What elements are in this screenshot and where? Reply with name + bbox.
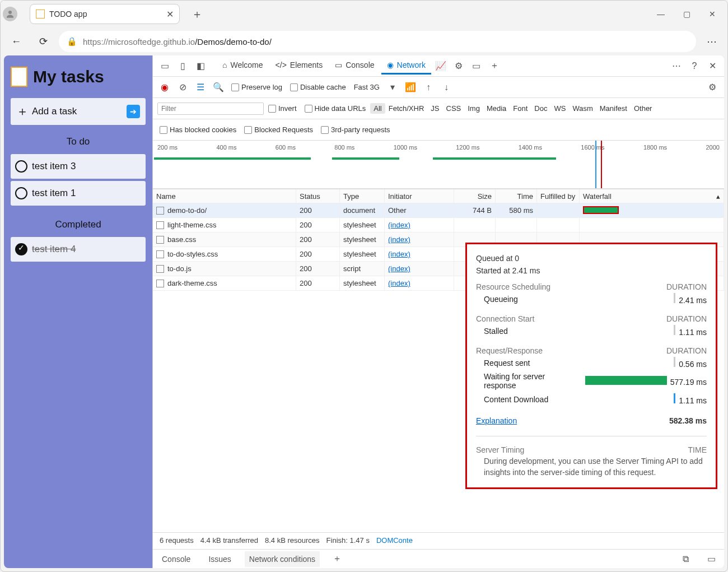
refresh-button[interactable]: ⟳ [32, 30, 54, 53]
svg-point-0 [8, 11, 12, 14]
filter-type-other[interactable]: Other [631, 103, 656, 114]
settings-gear-icon[interactable]: ⚙ [450, 58, 467, 75]
task-checkbox[interactable] [15, 160, 27, 173]
filter-toggle[interactable]: ☰ [192, 79, 209, 96]
task-item-done[interactable]: test item 4 [11, 237, 146, 262]
help-icon[interactable]: ? [686, 58, 703, 75]
record-button[interactable]: ◉ [156, 79, 173, 96]
profile-avatar[interactable] [3, 7, 17, 21]
maximize-button[interactable]: ▢ [674, 5, 699, 23]
lock-icon: 🔒 [67, 36, 77, 46]
tab-close-icon[interactable]: ✕ [166, 9, 174, 20]
task-item[interactable]: test item 3 [11, 154, 146, 179]
home-icon: ⌂ [222, 61, 227, 69]
filter-type-ws[interactable]: WS [550, 103, 569, 114]
col-status[interactable]: Status [296, 189, 340, 203]
devtools-tabs: ▭ ▯ ◧ ⌂Welcome </>Elements ▭Console ◉Net… [153, 55, 724, 77]
col-size[interactable]: Size [454, 189, 496, 203]
close-window-button[interactable]: ✕ [699, 5, 725, 23]
window-controls: — ▢ ✕ [648, 5, 725, 23]
file-icon [156, 221, 164, 229]
clipboard-icon [11, 67, 27, 87]
task-checkbox[interactable] [15, 187, 27, 199]
server-timing-hint: During development, you can use the Serv… [476, 454, 707, 480]
titlebar: TODO app ✕ ＋ — ▢ ✕ [1, 1, 727, 27]
url-text: https://microsoftedge.github.io/Demos/de… [83, 37, 272, 46]
filter-type-css[interactable]: CSS [443, 103, 465, 114]
blocked-cookies-checkbox[interactable]: Has blocked cookies [156, 124, 240, 135]
browser-tab[interactable]: TODO app ✕ [30, 4, 180, 24]
download-har-icon[interactable]: ↓ [438, 79, 455, 96]
search-icon[interactable]: 🔍 [210, 79, 227, 96]
explanation-link[interactable]: Explanation [476, 416, 517, 425]
col-waterfall[interactable]: Waterfall▴ [580, 189, 724, 203]
request-row[interactable]: demo-to-do/ 200 document Other 744 B 580… [153, 203, 724, 218]
file-icon [156, 265, 164, 273]
network-timeline[interactable]: 200 ms400 ms600 ms800 ms1000 ms1200 ms14… [153, 141, 724, 189]
col-name[interactable]: Name [153, 189, 296, 203]
throttle-dropdown-icon[interactable]: ▾ [384, 79, 401, 96]
col-type[interactable]: Type [340, 189, 385, 203]
todo-app: My tasks ＋ Add a task ➔ To do test item … [4, 55, 152, 568]
throttle-select[interactable]: Fast 3G [351, 82, 383, 92]
blocked-requests-checkbox[interactable]: Blocked Requests [241, 124, 316, 135]
filter-type-fetch/xhr[interactable]: Fetch/XHR [385, 103, 428, 114]
more-tabs-button[interactable]: ＋ [486, 58, 503, 75]
col-initiator[interactable]: Initiator [385, 189, 454, 203]
tab-welcome[interactable]: ⌂Welcome [217, 57, 269, 75]
invert-checkbox[interactable]: Invert [265, 103, 300, 114]
request-table-body: demo-to-do/ 200 document Other 744 B 580… [153, 203, 724, 532]
more-icon[interactable]: ⋯ [668, 58, 685, 75]
disable-cache-checkbox[interactable]: Disable cache [287, 82, 349, 92]
filter-type-wasm[interactable]: Wasm [569, 103, 596, 114]
minimize-button[interactable]: — [648, 5, 674, 23]
tab-console[interactable]: ▭Console [329, 57, 380, 75]
add-task-submit[interactable]: ➔ [127, 105, 140, 118]
network-settings-icon[interactable]: ⚙ [704, 79, 721, 96]
filter-type-doc[interactable]: Doc [531, 103, 550, 114]
add-task-input[interactable]: ＋ Add a task ➔ [11, 98, 146, 125]
third-party-checkbox[interactable]: 3rd-party requests [318, 124, 394, 135]
inspect-icon[interactable]: ▭ [156, 58, 173, 75]
filter-type-manifest[interactable]: Manifest [596, 103, 631, 114]
app-icon[interactable]: ▭ [468, 58, 485, 75]
drawer-add-tab[interactable]: ＋ [329, 551, 346, 568]
preserve-log-checkbox[interactable]: Preserve log [228, 82, 286, 92]
drawer-icon2[interactable]: ▭ [703, 551, 720, 568]
col-time[interactable]: Time [496, 189, 537, 203]
new-tab-button[interactable]: ＋ [188, 4, 207, 24]
filter-type-media[interactable]: Media [483, 103, 510, 114]
upload-har-icon[interactable]: ↑ [420, 79, 437, 96]
tab-network[interactable]: ◉Network [381, 57, 431, 75]
device-icon[interactable]: ▯ [174, 58, 191, 75]
dock-icon[interactable]: ◧ [192, 58, 209, 75]
address-bar[interactable]: 🔒 https://microsoftedge.github.io/Demos/… [59, 31, 696, 52]
filter-type-all[interactable]: All [370, 103, 385, 114]
filter-input[interactable] [157, 103, 264, 115]
tab-elements[interactable]: </>Elements [270, 57, 329, 75]
drawer-icon1[interactable]: ⧉ [677, 551, 694, 568]
request-row[interactable]: light-theme.css 200 stylesheet (index) [153, 218, 724, 232]
clear-button[interactable]: ⊘ [174, 79, 191, 96]
filter-type-font[interactable]: Font [510, 103, 531, 114]
back-button[interactable]: ← [5, 30, 27, 53]
network-conditions-icon[interactable]: 📶 [402, 79, 419, 96]
col-fulfilled[interactable]: Fulfilled by [537, 189, 580, 203]
task-checkbox[interactable] [15, 243, 27, 255]
network-toolbar: ◉ ⊘ ☰ 🔍 Preserve log Disable cache Fast … [153, 77, 724, 98]
hide-data-urls-checkbox[interactable]: Hide data URLs [301, 103, 370, 114]
drawer-tab-network-conditions[interactable]: Network conditions [245, 551, 320, 567]
performance-icon[interactable]: 📈 [432, 58, 449, 75]
drawer-tab-console[interactable]: Console [157, 551, 195, 567]
browser-menu-button[interactable]: ⋯ [701, 30, 723, 53]
filter-type-img[interactable]: Img [464, 103, 483, 114]
network-icon: ◉ [387, 61, 394, 69]
task-label: test item 4 [32, 244, 76, 255]
task-item[interactable]: test item 1 [11, 181, 146, 206]
drawer-tab-issues[interactable]: Issues [204, 551, 235, 567]
close-devtools-button[interactable]: ✕ [704, 58, 721, 75]
filter-type-js[interactable]: JS [427, 103, 442, 114]
file-icon [156, 250, 164, 258]
app-header: My tasks [11, 62, 146, 94]
browser-toolbar: ← ⟳ 🔒 https://microsoftedge.github.io/De… [1, 27, 727, 55]
